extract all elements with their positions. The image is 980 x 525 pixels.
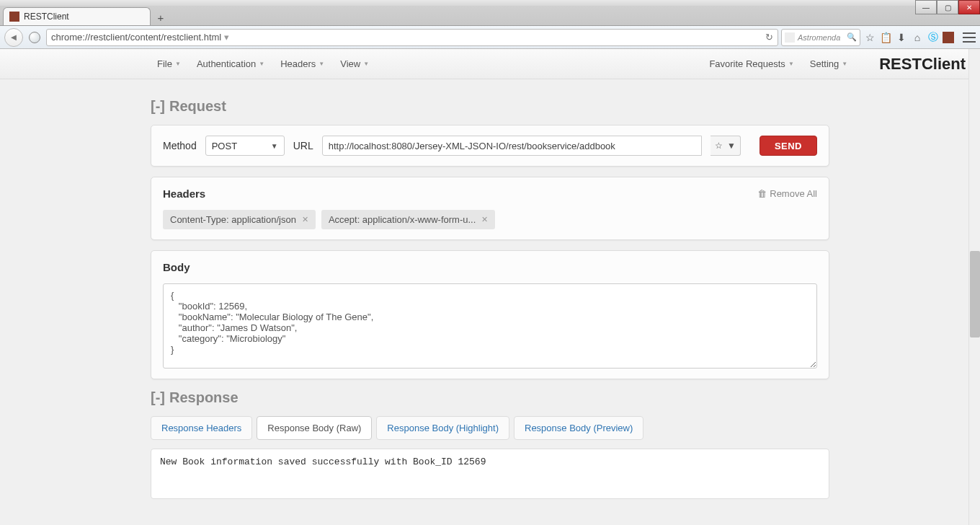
headers-title: Headers — [163, 188, 205, 200]
browser-toolbar: ◄ chrome://restclient/content/restclient… — [0, 26, 980, 49]
tab-favicon — [9, 12, 19, 22]
response-section-title[interactable]: [-] Response — [151, 389, 829, 406]
url-addons: ☆ ▼ — [710, 136, 741, 156]
star-icon[interactable]: ☆ — [715, 141, 723, 151]
collapse-icon[interactable]: [-] — [151, 98, 165, 115]
site-identity-icon[interactable] — [29, 32, 40, 43]
page-viewport: File▼ Authentication▼ Headers▼ View▼ Fav… — [0, 49, 980, 525]
tab-response-body-preview[interactable]: Response Body (Preview) — [514, 416, 643, 440]
skype-icon[interactable]: Ⓢ — [927, 31, 940, 44]
maximize-button[interactable]: ▢ — [937, 0, 958, 14]
url-label: URL — [293, 140, 313, 151]
menu-icon[interactable] — [963, 32, 976, 43]
left-menus: File▼ Authentication▼ Headers▼ View▼ — [151, 56, 375, 72]
search-engine-icon — [785, 32, 795, 43]
main-container: [-] Request Method POST ▼ URL ☆ ▼ SEND — [151, 79, 829, 525]
menu-file[interactable]: File▼ — [151, 56, 187, 72]
chevron-down-icon: ▼ — [175, 61, 181, 67]
response-body-content[interactable]: New Book information saved successfully … — [151, 449, 829, 499]
reload-icon[interactable]: ↻ — [761, 32, 773, 43]
tab-title: RESTClient — [24, 12, 69, 22]
search-icon[interactable]: 🔍 — [847, 32, 857, 42]
remove-all-link[interactable]: 🗑 Remove All — [757, 188, 817, 199]
bookmark-star-icon[interactable]: ☆ — [863, 31, 876, 44]
chevron-down-icon[interactable]: ▼ — [727, 141, 736, 151]
minimize-button[interactable]: — — [915, 0, 937, 14]
search-box[interactable]: Astromenda 🔍 — [781, 29, 860, 46]
headers-panel: Headers 🗑 Remove All Content-Type: appli… — [151, 177, 829, 240]
menu-setting[interactable]: Setting▼ — [804, 56, 853, 72]
tab-response-body-highlight[interactable]: Response Body (Highlight) — [376, 416, 509, 440]
back-button[interactable]: ◄ — [4, 28, 23, 47]
body-panel: Body { "bookId": 12569, "bookName": "Mol… — [151, 250, 829, 379]
clipboard-icon[interactable]: 📋 — [879, 31, 892, 44]
tab-response-headers[interactable]: Response Headers — [151, 416, 252, 440]
menu-favorite-requests[interactable]: Favorite Requests▼ — [703, 56, 799, 72]
window-controls: — ▢ ✕ — [915, 0, 980, 14]
request-panel: Method POST ▼ URL ☆ ▼ SEND — [151, 125, 829, 167]
method-value: POST — [212, 141, 237, 151]
chevron-down-icon: ▼ — [363, 61, 369, 67]
close-icon[interactable]: ✕ — [302, 215, 308, 224]
send-button[interactable]: SEND — [760, 136, 817, 156]
close-icon[interactable]: ✕ — [481, 215, 488, 224]
downloads-icon[interactable]: ⬇ — [895, 31, 908, 44]
app-title: RESTClient — [879, 55, 966, 74]
address-dropdown-icon[interactable]: ▾ — [221, 32, 232, 43]
browser-tab-strip: RESTClient + — [0, 6, 980, 26]
chevron-down-icon: ▼ — [271, 142, 278, 150]
app-menubar: File▼ Authentication▼ Headers▼ View▼ Fav… — [0, 49, 980, 79]
extension-icon[interactable] — [943, 32, 954, 43]
menu-headers[interactable]: Headers▼ — [275, 56, 330, 72]
request-url-input[interactable] — [322, 136, 702, 156]
browser-tab[interactable]: RESTClient — [3, 7, 151, 25]
collapse-icon[interactable]: [-] — [151, 389, 165, 406]
chevron-down-icon: ▼ — [788, 61, 794, 67]
scrollbar-thumb[interactable] — [970, 251, 980, 338]
tab-response-body-raw[interactable]: Response Body (Raw) — [257, 416, 372, 440]
header-chip[interactable]: Accept: application/x-www-form-u... ✕ — [321, 210, 495, 229]
chevron-down-icon: ▼ — [842, 61, 847, 67]
body-title: Body — [163, 261, 190, 273]
request-section-title[interactable]: [-] Request — [151, 98, 829, 115]
close-button[interactable]: ✕ — [958, 0, 980, 14]
header-chip[interactable]: Content-Type: application/json ✕ — [163, 210, 316, 229]
method-label: Method — [163, 140, 197, 151]
response-tabs: Response Headers Response Body (Raw) Res… — [151, 416, 829, 440]
window-top-border — [0, 0, 980, 6]
address-bar-text: chrome://restclient/content/restclient.h… — [51, 32, 221, 43]
vertical-scrollbar[interactable] — [968, 49, 980, 525]
trash-icon: 🗑 — [757, 188, 767, 199]
search-placeholder: Astromenda — [798, 33, 840, 42]
right-menus: Favorite Requests▼ Setting▼ RESTClient — [703, 55, 966, 74]
chevron-down-icon: ▼ — [259, 61, 264, 67]
menu-view[interactable]: View▼ — [334, 56, 375, 72]
menu-authentication[interactable]: Authentication▼ — [191, 56, 270, 72]
home-icon[interactable]: ⌂ — [911, 31, 924, 44]
chevron-down-icon: ▼ — [318, 61, 324, 67]
address-bar[interactable]: chrome://restclient/content/restclient.h… — [46, 29, 778, 46]
method-select[interactable]: POST ▼ — [205, 136, 285, 156]
new-tab-button[interactable]: + — [151, 9, 171, 25]
request-body-textarea[interactable]: { "bookId": 12569, "bookName": "Molecula… — [163, 283, 817, 369]
header-chips: Content-Type: application/json ✕ Accept:… — [163, 210, 817, 229]
